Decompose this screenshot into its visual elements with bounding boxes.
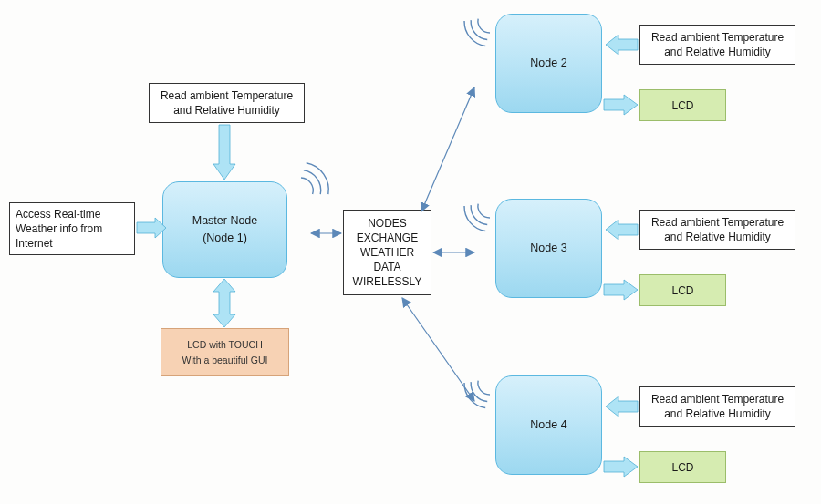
node3-lcd-box: LCD: [639, 274, 726, 306]
node-4: Node 4: [495, 375, 602, 475]
node3-sensor-box: Read ambient Temperature and Relative Hu…: [639, 210, 795, 250]
wireless-icon-node2: [460, 14, 494, 50]
arrow-master-to-lcd: [213, 279, 235, 327]
arrow-sensor-to-node3: [606, 220, 638, 240]
arrow-node2-to-lcd: [604, 95, 638, 115]
arrow-exchange-to-node4: [402, 298, 474, 401]
master-sensor-box: Read ambient Temperature and Relative Hu…: [149, 83, 305, 123]
arrow-sensor-to-master: [213, 125, 235, 180]
master-lcd-line2: With a beautiful GUI: [182, 353, 268, 368]
arrow-sensor-to-node2: [606, 35, 638, 55]
arrow-sensor-to-node4: [606, 396, 638, 417]
exchange-box: NODES EXCHANGE WEATHER DATA WIRELESSLY: [343, 210, 431, 295]
wireless-icon-node4: [460, 375, 494, 412]
wireless-icon-master: [296, 159, 335, 201]
master-node: Master Node (Node 1): [162, 181, 287, 278]
node4-sensor-box: Read ambient Temperature and Relative Hu…: [639, 386, 795, 427]
node2-lcd-box: LCD: [639, 89, 726, 121]
arrow-node4-to-lcd: [604, 457, 638, 477]
arrow-exchange-to-node2: [421, 87, 474, 211]
node4-lcd-box: LCD: [639, 451, 726, 483]
access-internet-box: Access Real-time Weather info from Inter…: [9, 202, 135, 255]
master-lcd-box: LCD with TOUCH With a beautiful GUI: [161, 328, 289, 376]
wireless-icon-node3: [460, 199, 494, 235]
node-3: Node 3: [495, 199, 602, 298]
master-lcd-line1: LCD with TOUCH: [187, 337, 262, 353]
arrow-node3-to-lcd: [604, 280, 638, 300]
node-2: Node 2: [495, 14, 602, 113]
node2-sensor-box: Read ambient Temperature and Relative Hu…: [639, 25, 795, 65]
